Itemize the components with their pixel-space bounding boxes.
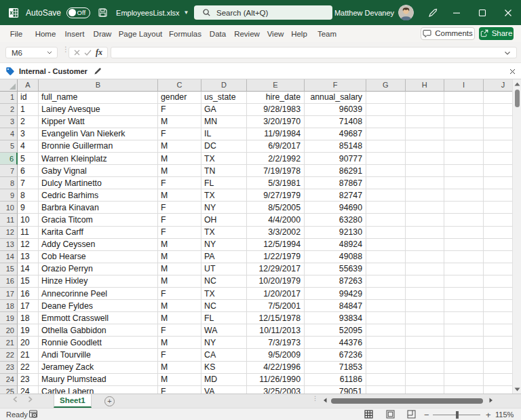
minimize-button[interactable]	[444, 0, 469, 25]
cell-J6[interactable]	[484, 153, 512, 165]
ribbon-tab-home[interactable]: Home	[35, 25, 56, 42]
cell-H15[interactable]	[406, 263, 445, 275]
cell-J7[interactable]	[484, 165, 512, 177]
cell-I21[interactable]	[444, 337, 484, 349]
zoom-level[interactable]: 115%	[495, 411, 514, 419]
cell-I2[interactable]	[444, 104, 484, 116]
enter-icon[interactable]	[84, 50, 92, 56]
cell-I10[interactable]	[444, 202, 484, 214]
cell-F7[interactable]: 86291	[305, 165, 366, 177]
cell-E9[interactable]: 9/27/1979	[247, 189, 305, 202]
cell-I13[interactable]	[444, 239, 484, 251]
cell-I3[interactable]	[444, 116, 484, 128]
cell-I1[interactable]	[444, 92, 484, 104]
cell-C7[interactable]: M	[158, 165, 201, 177]
cell-A5[interactable]: 4	[18, 140, 39, 153]
cell-H7[interactable]	[406, 165, 445, 177]
cell-H20[interactable]	[406, 324, 445, 337]
sheet-nav-right-arrow[interactable]	[28, 396, 33, 404]
ribbon-tab-team[interactable]: Team	[317, 25, 336, 42]
cell-C1[interactable]: gender	[158, 92, 201, 104]
cell-C22[interactable]: F	[158, 349, 201, 361]
cell-J19[interactable]	[484, 312, 512, 324]
cell-G3[interactable]	[366, 116, 406, 128]
formula-bar-splitter[interactable]: ⋮	[62, 48, 64, 57]
cell-E1[interactable]: hire_date	[247, 92, 305, 104]
cell-D19[interactable]: FL	[201, 312, 247, 324]
row-header-22[interactable]: 22	[0, 349, 18, 361]
cell-E11[interactable]: 4/4/2000	[247, 214, 305, 226]
cell-C6[interactable]: M	[158, 153, 201, 165]
column-header-C[interactable]: C	[158, 79, 201, 92]
cell-J8[interactable]	[484, 177, 512, 189]
cell-G12[interactable]	[366, 227, 406, 239]
vertical-scrollbar[interactable]	[512, 79, 521, 394]
scroll-up-arrow[interactable]	[513, 79, 521, 88]
cell-B22[interactable]: Andi Tourville	[39, 349, 158, 361]
column-header-G[interactable]: G	[366, 79, 406, 92]
cell-B11[interactable]: Gracia Titcom	[39, 214, 158, 226]
cell-I23[interactable]	[444, 362, 484, 374]
cell-C19[interactable]: M	[158, 312, 201, 324]
cell-A1[interactable]: id	[18, 92, 39, 104]
cell-C16[interactable]: M	[158, 275, 201, 288]
cell-I8[interactable]	[444, 177, 484, 189]
row-header-8[interactable]: 8	[0, 177, 18, 189]
cell-I14[interactable]	[444, 251, 484, 263]
cell-E22[interactable]: 9/5/2009	[247, 349, 305, 361]
cell-A8[interactable]: 7	[18, 177, 39, 189]
cell-E25[interactable]: 3/25/2003	[247, 386, 305, 394]
cell-J3[interactable]	[484, 116, 512, 128]
name-box[interactable]: M6	[5, 47, 58, 58]
cell-D25[interactable]: VA	[201, 386, 247, 394]
cell-A6[interactable]: 5	[18, 153, 39, 165]
cell-A18[interactable]: 17	[18, 300, 39, 312]
cell-J21[interactable]	[484, 337, 512, 349]
cell-G2[interactable]	[366, 104, 406, 116]
document-title-caret-icon[interactable]: ▼	[184, 9, 189, 16]
cell-H2[interactable]	[406, 104, 445, 116]
cell-I24[interactable]	[444, 374, 484, 386]
ribbon-tab-view[interactable]: View	[267, 25, 284, 42]
cell-A10[interactable]: 9	[18, 202, 39, 214]
cell-H19[interactable]	[406, 312, 445, 324]
cell-C11[interactable]: F	[158, 214, 201, 226]
cell-G22[interactable]	[366, 349, 406, 361]
maximize-button[interactable]	[469, 0, 495, 25]
cell-H8[interactable]	[406, 177, 445, 189]
cell-D9[interactable]: TX	[201, 189, 247, 202]
cell-H11[interactable]	[406, 214, 445, 226]
cell-F18[interactable]: 84847	[305, 300, 366, 312]
cell-G13[interactable]	[366, 239, 406, 251]
cell-G5[interactable]	[366, 140, 406, 153]
cell-B14[interactable]: Cob Hearse	[39, 251, 158, 263]
cell-C14[interactable]: M	[158, 251, 201, 263]
insert-function-icon[interactable]: fx	[96, 47, 102, 58]
cell-A22[interactable]: 21	[18, 349, 39, 361]
cell-H17[interactable]	[406, 288, 445, 300]
cell-C3[interactable]: M	[158, 116, 201, 128]
row-header-5[interactable]: 5	[0, 140, 18, 153]
row-header-18[interactable]: 18	[0, 300, 18, 312]
cell-G15[interactable]	[366, 263, 406, 275]
cell-F1[interactable]: annual_salary	[305, 92, 366, 104]
cell-F11[interactable]: 63280	[305, 214, 366, 226]
cell-D13[interactable]: NY	[201, 239, 247, 251]
cell-J13[interactable]	[484, 239, 512, 251]
cell-E6[interactable]: 2/2/1992	[247, 153, 305, 165]
column-header-E[interactable]: E	[247, 79, 305, 92]
sheet-tab-active[interactable]: Sheet1	[54, 394, 92, 408]
cell-E12[interactable]: 3/3/2002	[247, 227, 305, 239]
column-header-I[interactable]: I	[444, 79, 484, 92]
scroll-down-arrow[interactable]	[513, 385, 521, 394]
row-header-13[interactable]: 13	[0, 239, 18, 251]
cell-E4[interactable]: 11/9/1984	[247, 128, 305, 140]
cell-F4[interactable]: 49687	[305, 128, 366, 140]
cell-A16[interactable]: 15	[18, 275, 39, 288]
horizontal-scroll-splitter[interactable]: ⋮	[312, 397, 318, 400]
cell-E14[interactable]: 1/22/1979	[247, 251, 305, 263]
cell-H10[interactable]	[406, 202, 445, 214]
row-header-6[interactable]: 6	[0, 153, 18, 165]
cell-B23[interactable]: Jeramey Zack	[39, 362, 158, 374]
cell-C20[interactable]: F	[158, 324, 201, 337]
